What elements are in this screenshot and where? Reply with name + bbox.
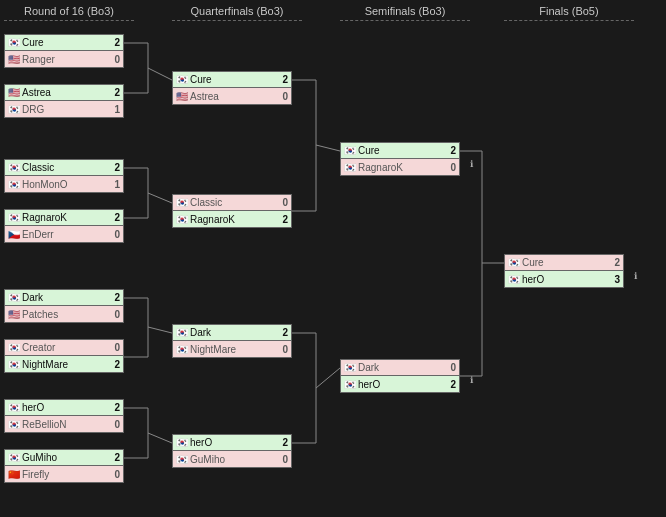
qfm1-p2: 🇺🇸Astrea0: [172, 88, 292, 105]
r16m5-p2: 🇺🇸Patches0: [4, 306, 124, 323]
svg-line-15: [148, 433, 172, 443]
qfm3-p1: 🇰🇷Dark2: [172, 324, 292, 341]
r16m8-p1: 🇰🇷GuMiho2: [4, 449, 124, 466]
r16m3-p1: 🇰🇷Classic2: [4, 159, 124, 176]
qfm1-p1: 🇰🇷Cure2: [172, 71, 292, 88]
svg-line-11: [148, 327, 172, 333]
r16m7-p2: 🇰🇷ReBellioN0: [4, 416, 124, 433]
r16-match-3: 🇰🇷Classic2 🇰🇷HonMonO1: [4, 159, 124, 193]
r16m2-p2: 🇰🇷DRG1: [4, 101, 124, 118]
r16-match-5: 🇰🇷Dark2 🇺🇸Patches0: [4, 289, 124, 323]
fm1-p1: 🇰🇷Cure2: [504, 254, 624, 271]
r16m4-p1: 🇰🇷RagnaroK2: [4, 209, 124, 226]
sfm1-p1: 🇰🇷Cure2: [340, 142, 460, 159]
fm1-p2: 🇰🇷herO3: [504, 271, 624, 288]
qf-match-1: 🇰🇷Cure2 🇺🇸Astrea0: [172, 71, 292, 105]
round-r16-header: Round of 16 (Bo3): [4, 4, 134, 25]
qfm2-p2: 🇰🇷RagnaroK2: [172, 211, 292, 228]
f1-info-icon[interactable]: ℹ: [634, 271, 637, 281]
r16m7-p1: 🇰🇷herO2: [4, 399, 124, 416]
qfm3-p2: 🇰🇷NightMare0: [172, 341, 292, 358]
r16-match-2: 🇺🇸Astrea2 🇰🇷DRG1: [4, 84, 124, 118]
r16m6-p1: 🇰🇷Creator0: [4, 339, 124, 356]
r16-match-7: 🇰🇷herO2 🇰🇷ReBellioN0: [4, 399, 124, 433]
qfm4-p1: 🇰🇷herO2: [172, 434, 292, 451]
svg-line-23: [316, 368, 340, 388]
r16-match-4: 🇰🇷RagnaroK2 🇨🇿EnDerr0: [4, 209, 124, 243]
svg-line-7: [148, 193, 172, 203]
qfm2-p1: 🇰🇷Classic0: [172, 194, 292, 211]
qf-match-2: 🇰🇷Classic0 🇰🇷RagnaroK2: [172, 194, 292, 228]
r16m5-p1: 🇰🇷Dark2: [4, 289, 124, 306]
r16m1-p2: 🇺🇸Ranger0: [4, 51, 124, 68]
sf-match-1: 🇰🇷Cure2 🇰🇷RagnaroK0: [340, 142, 460, 176]
qf-match-4: 🇰🇷herO2 🇰🇷GuMiho0: [172, 434, 292, 468]
sfm1-p2: 🇰🇷RagnaroK0: [340, 159, 460, 176]
r16m3-p2: 🇰🇷HonMonO1: [4, 176, 124, 193]
r16m2-p1: 🇺🇸Astrea2: [4, 84, 124, 101]
r16m4-p2: 🇨🇿EnDerr0: [4, 226, 124, 243]
sf2-info-icon[interactable]: ℹ: [470, 375, 473, 385]
round-qf-header: Quarterfinals (Bo3): [172, 4, 302, 25]
r16-match-8: 🇰🇷GuMiho2 🇨🇳Firefly0: [4, 449, 124, 483]
svg-line-19: [316, 145, 340, 151]
sf-match-2: 🇰🇷Dark0 🇰🇷herO2: [340, 359, 460, 393]
r16m6-p2: 🇰🇷NightMare2: [4, 356, 124, 373]
round-f-header: Finals (Bo5): [504, 4, 634, 25]
r16m8-p2: 🇨🇳Firefly0: [4, 466, 124, 483]
svg-line-3: [148, 68, 172, 80]
round-sf-header: Semifinals (Bo3): [340, 4, 470, 25]
sf1-info-icon[interactable]: ℹ: [470, 159, 473, 169]
sfm2-p1: 🇰🇷Dark0: [340, 359, 460, 376]
sfm2-p2: 🇰🇷herO2: [340, 376, 460, 393]
r16m1-p1: 🇰🇷Cure2: [4, 34, 124, 51]
qf-match-3: 🇰🇷Dark2 🇰🇷NightMare0: [172, 324, 292, 358]
final-match-1: 🇰🇷Cure2 🇰🇷herO3: [504, 254, 624, 288]
qfm4-p2: 🇰🇷GuMiho0: [172, 451, 292, 468]
r16-match-1: 🇰🇷Cure2 🇺🇸Ranger0: [4, 34, 124, 68]
r16-match-6: 🇰🇷Creator0 🇰🇷NightMare2: [4, 339, 124, 373]
